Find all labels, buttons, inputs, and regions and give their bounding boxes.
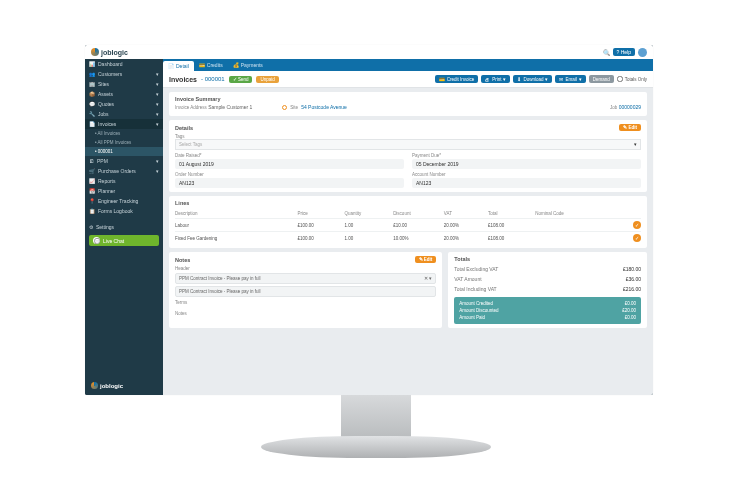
demand-button[interactable]: Demand — [589, 75, 614, 83]
help-button[interactable]: ? Help — [613, 48, 635, 56]
summary-title: Invoice Summary — [175, 96, 641, 102]
download-button[interactable]: ⬇Download▾ — [513, 75, 552, 83]
job-link[interactable]: 00000029 — [619, 104, 641, 110]
status-badge-unpaid: Unpaid — [256, 76, 278, 83]
sidebar-item-dashboard[interactable]: 📊Dashboard — [85, 59, 163, 69]
main-content: 📄Detail 💳Credits 💰Payments Invoices - 00… — [163, 59, 653, 395]
notes-header-text[interactable]: PPM Contract Invoice - Please pay in ful… — [175, 286, 436, 297]
chevron-down-icon: ▾ — [634, 142, 637, 147]
sidebar-item-jobs[interactable]: 🔧Jobs▾ — [85, 109, 163, 119]
sidebar-sub-current[interactable]: • 000001 — [85, 147, 163, 156]
sidebar-item-sites[interactable]: 🏢Sites▾ — [85, 79, 163, 89]
sidebar-item-invoices[interactable]: 📄Invoices▾ — [85, 119, 163, 129]
tags-select[interactable]: Select Tags▾ — [175, 139, 641, 150]
payment-due-field[interactable]: 05 December 2019 — [412, 159, 641, 169]
sidebar-item-forms[interactable]: 📋Forms Logbook — [85, 206, 163, 216]
credit-invoice-button[interactable]: 💳Credit Invoice — [435, 75, 479, 83]
tab-detail[interactable]: 📄Detail — [163, 61, 194, 71]
details-title: Details — [175, 125, 193, 131]
tab-payments[interactable]: 💰Payments — [228, 62, 268, 68]
sidebar-item-planner[interactable]: 📅Planner — [85, 186, 163, 196]
chevron-down-icon: ▾ — [429, 276, 432, 281]
totals-card: Totals Total Excluding VAT£180.00 VAT Am… — [448, 252, 647, 328]
totals-only-label: Totals Only — [625, 77, 647, 82]
email-button[interactable]: ✉Email▾ — [555, 75, 585, 83]
sidebar-item-settings[interactable]: ⚙Settings — [85, 222, 163, 232]
table-row: Fixed Fee Gardening £100.00 1.00 10.00% … — [175, 232, 641, 245]
date-raised-field[interactable]: 01 August 2019 — [175, 159, 404, 169]
sidebar-item-reports[interactable]: 📈Reports — [85, 176, 163, 186]
tabbar: 📄Detail 💳Credits 💰Payments — [163, 59, 653, 71]
site-link[interactable]: 54 Postcode Avenue — [301, 104, 347, 110]
sidebar-item-po[interactable]: 🛒Purchase Orders▾ — [85, 166, 163, 176]
invoice-summary-card: Invoice Summary Invoice Address Sample C… — [169, 92, 647, 116]
amounts-box: Amount Credited£0.00 Amount Discounted£2… — [454, 297, 641, 324]
page-title: Invoices — [169, 76, 197, 83]
check-icon[interactable]: ✓ — [633, 221, 641, 229]
table-row: Labour £100.00 1.00 £10.00 20.00% £108.0… — [175, 219, 641, 232]
site-icon — [282, 105, 287, 110]
page-header: Invoices - 000001 ✓ Send Unpaid 💳Credit … — [163, 71, 653, 88]
totals-title: Totals — [454, 256, 641, 262]
check-icon[interactable]: ✓ — [633, 234, 641, 242]
sidebar: 📊Dashboard 👥Customers▾ 🏢Sites▾ 📦Assets▾ … — [85, 59, 163, 395]
sidebar-item-ppm[interactable]: 🗓PPM▾ — [85, 156, 163, 166]
sidebar-sub-all-invoices[interactable]: • All Invoices — [85, 129, 163, 138]
search-icon[interactable]: 🔍 — [603, 49, 610, 56]
sidebar-item-quotes[interactable]: 💬Quotes▾ — [85, 99, 163, 109]
notes-card: Notes ✎ Edit Header PPM Contract Invoice… — [169, 252, 442, 328]
account-number-field[interactable]: AN123 — [412, 178, 641, 188]
order-number-field[interactable]: AN123 — [175, 178, 404, 188]
lines-title: Lines — [175, 200, 189, 206]
print-button[interactable]: 🖨Print▾ — [481, 75, 510, 83]
sidebar-item-customers[interactable]: 👥Customers▾ — [85, 69, 163, 79]
invoice-id: - 000001 — [201, 76, 225, 82]
sidebar-sub-all-ppm[interactable]: • All PPM Invoices — [85, 138, 163, 147]
lines-card: Lines Description Price Quantity Discoun… — [169, 196, 647, 248]
notes-edit-button[interactable]: ✎ Edit — [415, 256, 437, 263]
sidebar-item-assets[interactable]: 📦Assets▾ — [85, 89, 163, 99]
details-edit-button[interactable]: ✎ Edit — [619, 124, 641, 131]
live-chat-button[interactable]: 💬Live Chat — [89, 235, 159, 246]
brand-text: joblogic — [101, 49, 128, 56]
avatar[interactable] — [638, 48, 647, 57]
status-badge-send: ✓ Send — [229, 76, 253, 83]
notes-title: Notes — [175, 257, 190, 263]
notes-header-select[interactable]: PPM Contract Invoice - Please pay in ful… — [175, 273, 436, 284]
totals-only-checkbox[interactable] — [617, 76, 623, 82]
close-icon[interactable]: ✕ — [424, 276, 428, 281]
logo-icon — [91, 48, 99, 56]
sidebar-item-tracking[interactable]: 📍Engineer Tracking — [85, 196, 163, 206]
brand-logo: joblogic — [91, 48, 128, 56]
sidebar-brand: joblogic — [91, 382, 123, 389]
tab-credits[interactable]: 💳Credits — [194, 62, 228, 68]
details-card: Details ✎ Edit Tags Select Tags▾ Date Ra… — [169, 120, 647, 192]
